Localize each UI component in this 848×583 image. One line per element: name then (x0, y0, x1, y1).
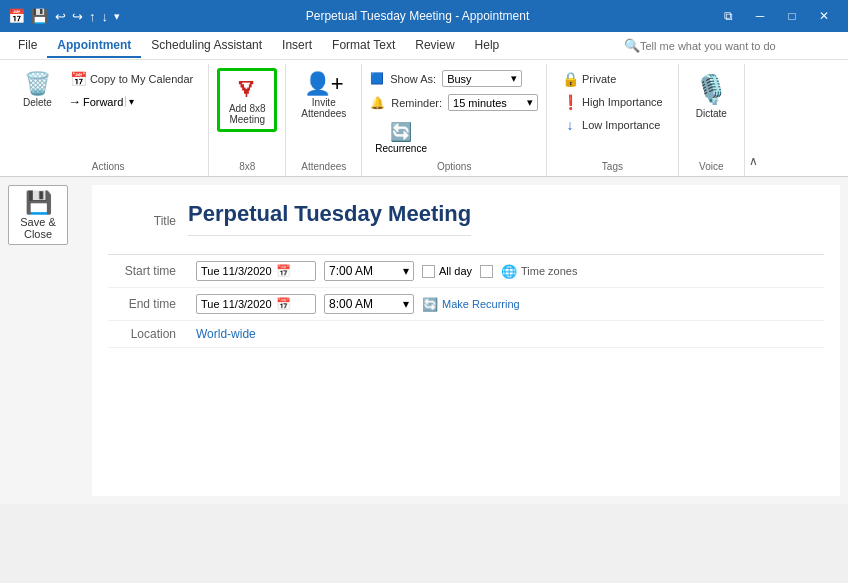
title-bar-up[interactable]: ↑ (86, 7, 99, 26)
low-importance-icon: ↓ (562, 117, 578, 133)
title-label: Title (108, 214, 188, 228)
all-day-checkbox[interactable]: All day (422, 265, 472, 278)
menu-bar: File Appointment Scheduling Assistant In… (0, 32, 848, 60)
ribbon-group-tags: 🔒 Private ❗ High Importance ↓ Low Import… (547, 64, 679, 176)
menu-help[interactable]: Help (465, 34, 510, 58)
copy-to-calendar-button[interactable]: 📅 Copy to My Calendar (63, 68, 200, 90)
title-bar-redo[interactable]: ↪ (69, 7, 86, 26)
invite-attendees-button[interactable]: 👤+ InviteAttendees (294, 68, 353, 124)
attendees-group-label: Attendees (294, 159, 353, 176)
show-as-color: 🟦 (370, 72, 384, 85)
save-close-label: Save &Close (20, 216, 55, 240)
start-time-label: Start time (108, 264, 188, 278)
title-bar-restore[interactable]: ⧉ (712, 0, 744, 32)
copy-label: Copy to My Calendar (90, 73, 193, 85)
all-day-check-box[interactable] (422, 265, 435, 278)
all-day-label: All day (439, 265, 472, 277)
calendar-icon: 📅 (70, 71, 86, 87)
tags-group-label: Tags (555, 159, 670, 176)
location-value[interactable]: World-wide (196, 327, 256, 341)
menu-scheduling[interactable]: Scheduling Assistant (141, 34, 272, 58)
bell-icon: 🔔 (370, 96, 385, 110)
ribbon-content: 🗑️ Delete 📅 Copy to My Calendar → Forwar… (0, 60, 848, 176)
8x8-group-label: 8x8 (217, 159, 277, 176)
forward-dropdown-icon[interactable]: ▾ (125, 96, 134, 107)
add-8x8-label: Add 8x8Meeting (229, 103, 266, 125)
end-date-text: Tue 11/3/2020 (201, 298, 272, 310)
show-as-select[interactable]: Busy ▾ (442, 70, 522, 87)
timezones-button[interactable]: 🌐 Time zones (501, 264, 577, 279)
menu-appointment[interactable]: Appointment (47, 34, 141, 58)
title-bar-minimize[interactable]: ─ (744, 0, 776, 32)
ribbon-group-voice: 🎙️ Dictate Voice (679, 64, 745, 176)
title-bar-undo[interactable]: ↩ (52, 7, 69, 26)
actions-group-label: Actions (16, 159, 200, 176)
end-time-select[interactable]: 8:00 AM ▾ (324, 294, 414, 314)
main-content-area: 💾 Save &Close Title Perpetual Tuesday Me… (0, 177, 848, 504)
add-8x8-button[interactable]: ⛛ Add 8x8Meeting (217, 68, 277, 132)
ribbon-collapse-icon[interactable]: ∧ (749, 154, 758, 168)
start-time-select[interactable]: 7:00 AM ▾ (324, 261, 414, 281)
start-date-text: Tue 11/3/2020 (201, 265, 272, 277)
all-day-checkbox2[interactable] (480, 265, 493, 278)
microphone-icon: 🎙️ (694, 73, 729, 106)
menu-format[interactable]: Format Text (322, 34, 405, 58)
start-date-input[interactable]: Tue 11/3/2020 📅 (196, 261, 316, 281)
recurrence-button[interactable]: 🔄 Recurrence (370, 118, 432, 157)
reminder-row: 🔔 Reminder: 15 minutes ▾ (370, 92, 538, 113)
reminder-label: Reminder: (391, 97, 442, 109)
search-icon: 🔍 (624, 38, 640, 53)
forward-icon: → (68, 94, 81, 109)
title-bar-down[interactable]: ↓ (99, 7, 112, 26)
title-bar-dropdown[interactable]: ▾ (111, 8, 123, 25)
start-time-row: Start time Tue 11/3/2020 📅 7:00 AM ▾ All… (108, 255, 824, 288)
make-recurring-button[interactable]: 🔄 Make Recurring (422, 297, 520, 312)
dictate-label: Dictate (696, 108, 727, 119)
make-recurring-label: Make Recurring (442, 298, 520, 310)
recurring-icon: 🔄 (422, 297, 438, 312)
end-time-value: 8:00 AM (329, 297, 373, 311)
voice-group-label: Voice (687, 159, 736, 176)
body-area[interactable] (108, 348, 824, 488)
invite-label: InviteAttendees (301, 97, 346, 119)
forward-label: Forward (83, 96, 123, 108)
menu-insert[interactable]: Insert (272, 34, 322, 58)
reminder-select[interactable]: 15 minutes ▾ (448, 94, 538, 111)
save-close-button[interactable]: 💾 Save &Close (8, 185, 68, 245)
forward-button[interactable]: → Forward ▾ (63, 91, 200, 112)
all-day-check-box2[interactable] (480, 265, 493, 278)
title-bar-maximize[interactable]: □ (776, 0, 808, 32)
reminder-dropdown-icon: ▾ (527, 96, 533, 109)
globe-icon: 🌐 (501, 264, 517, 279)
title-bar-close[interactable]: ✕ (808, 0, 840, 32)
delete-label: Delete (23, 97, 52, 108)
start-calendar-icon: 📅 (276, 264, 291, 278)
start-time-value: 7:00 AM (329, 264, 373, 278)
timezones-label: Time zones (521, 265, 577, 277)
app-icon: 📅 (8, 8, 25, 24)
8x8-icon: ⛛ (234, 75, 260, 101)
recurrence-label: Recurrence (375, 143, 427, 154)
low-importance-button[interactable]: ↓ Low Importance (555, 114, 670, 136)
high-importance-button[interactable]: ❗ High Importance (555, 91, 670, 113)
ribbon-group-8x8: ⛛ Add 8x8Meeting 8x8 (209, 64, 286, 176)
ribbon: File Appointment Scheduling Assistant In… (0, 32, 848, 177)
end-time-dropdown: ▾ (403, 297, 409, 311)
search-input[interactable] (640, 40, 840, 52)
lock-icon: 🔒 (562, 71, 578, 87)
end-date-input[interactable]: Tue 11/3/2020 📅 (196, 294, 316, 314)
delete-button[interactable]: 🗑️ Delete (16, 68, 59, 113)
private-button[interactable]: 🔒 Private (555, 68, 670, 90)
show-as-dropdown-icon: ▾ (511, 72, 517, 85)
menu-file[interactable]: File (8, 34, 47, 58)
menu-review[interactable]: Review (405, 34, 464, 58)
title-bar: 📅 💾 ↩ ↪ ↑ ↓ ▾ Perpetual Tuesday Meeting … (0, 0, 848, 32)
title-bar-save-icon[interactable]: 💾 (31, 8, 48, 24)
dictate-button[interactable]: 🎙️ Dictate (687, 68, 736, 124)
invite-icon: 👤+ (304, 73, 344, 95)
end-time-row: End time Tue 11/3/2020 📅 8:00 AM ▾ 🔄 Mak… (108, 288, 824, 321)
high-importance-label: High Importance (582, 96, 663, 108)
end-time-label: End time (108, 297, 188, 311)
show-as-row: 🟦 Show As: Busy ▾ (370, 68, 522, 89)
title-bar-title: Perpetual Tuesday Meeting - Appointment (123, 9, 712, 23)
